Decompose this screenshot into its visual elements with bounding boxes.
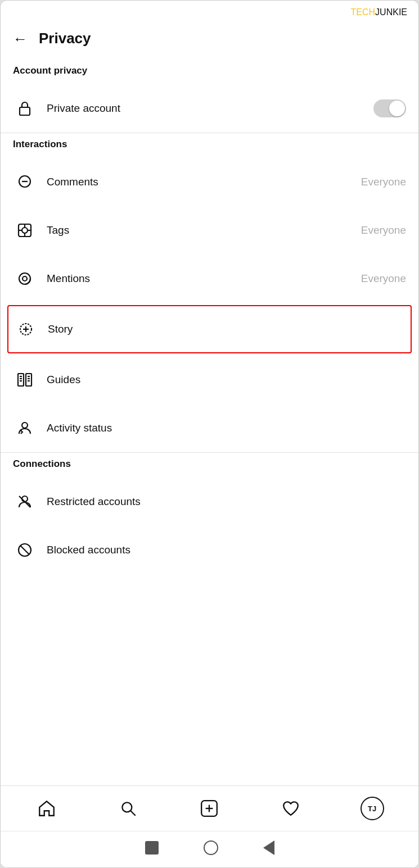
section-connections: Connections Restricted accounts [1,453,418,574]
activity-status-label: Activity status [47,422,406,434]
section-label-account: Account privacy [1,60,418,84]
restricted-accounts-item[interactable]: Restricted accounts [1,478,418,526]
sys-square-button[interactable] [145,841,159,855]
story-icon [14,317,38,341]
activity-status-item[interactable]: Activity status [1,404,418,452]
sys-back-button[interactable] [263,840,274,855]
svg-point-10 [22,276,27,281]
blocked-icon [13,538,37,562]
comments-value: Everyone [361,176,406,188]
story-item[interactable]: Story [7,305,412,353]
blocked-accounts-label: Blocked accounts [47,544,406,556]
restricted-accounts-label: Restricted accounts [47,496,406,508]
svg-line-29 [130,811,136,816]
activity-icon [13,416,37,440]
private-account-item[interactable]: Private account [1,84,418,133]
brand-logo: TECHJUNKIE [351,7,407,17]
guides-item[interactable]: Guides [1,356,418,404]
sys-square-icon [145,841,159,855]
bottom-nav: TJ [1,785,418,831]
tags-item[interactable]: Tags Everyone [1,206,418,255]
sys-home-button[interactable] [204,840,218,855]
mention-icon [13,267,37,290]
private-account-toggle[interactable] [373,99,406,117]
svg-point-4 [22,228,28,233]
content-scroll: Account privacy Private account [1,60,418,785]
svg-line-27 [20,546,29,555]
sys-circle-icon [204,840,218,855]
nav-add[interactable] [195,794,224,823]
guides-icon [13,368,37,392]
section-account-privacy: Account privacy Private account [1,60,418,133]
tag-icon [13,219,37,242]
svg-point-28 [122,802,132,812]
lock-icon [13,97,37,120]
guides-label: Guides [47,374,406,386]
nav-activity[interactable] [276,794,305,823]
comments-item[interactable]: Comments Everyone [1,158,418,206]
tags-value: Everyone [361,224,406,237]
system-nav [1,831,418,867]
comment-icon [13,170,37,194]
comments-label: Comments [47,176,361,188]
mentions-label: Mentions [47,272,361,285]
page-title: Privacy [39,30,91,47]
back-button[interactable]: ← [13,31,28,46]
brand-junkie: JUNKIE [375,7,407,17]
svg-rect-16 [26,374,31,386]
restricted-icon [13,490,37,513]
svg-point-23 [22,422,28,428]
mentions-value: Everyone [361,272,406,285]
nav-search[interactable] [114,794,143,823]
brand-bar: TECHJUNKIE [1,1,418,20]
profile-initials: TJ [361,797,384,820]
svg-rect-0 [20,107,30,115]
tags-label: Tags [47,224,361,237]
phone-frame: TECHJUNKIE ← Privacy Account privacy Pri… [0,0,419,868]
page-header: ← Privacy [1,20,418,60]
story-label: Story [48,323,405,335]
mentions-item[interactable]: Mentions Everyone [1,255,418,303]
section-label-connections: Connections [1,453,418,478]
section-interactions: Interactions Comments Everyone [1,133,418,452]
nav-profile[interactable]: TJ [358,794,387,823]
nav-home[interactable] [32,794,61,823]
svg-rect-15 [18,374,24,386]
private-account-label: Private account [47,102,373,115]
sys-back-icon [263,840,274,855]
svg-line-25 [19,496,30,507]
blocked-accounts-item[interactable]: Blocked accounts [1,526,418,574]
brand-tech: TECH [351,7,376,17]
section-label-interactions: Interactions [1,133,418,158]
